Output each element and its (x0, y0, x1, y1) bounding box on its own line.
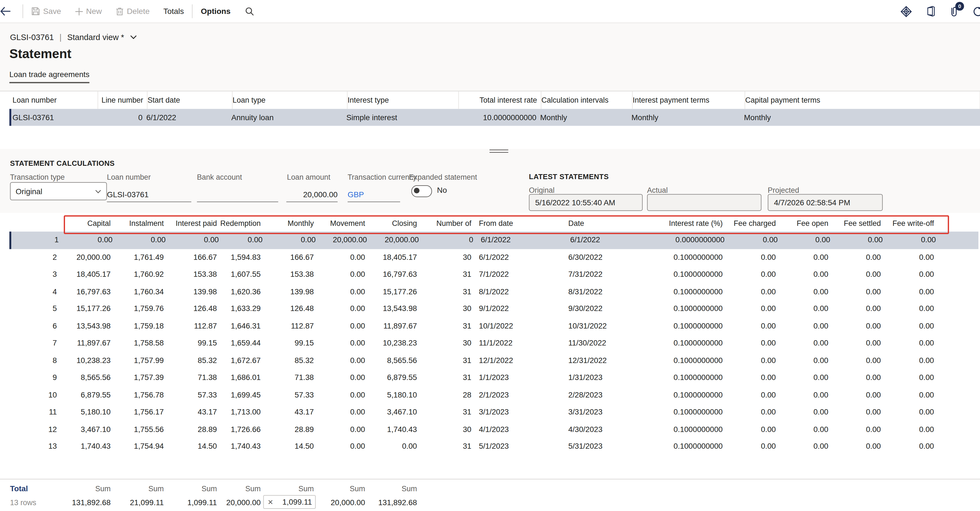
cell[interactable]: 5,180.10 (368, 386, 420, 404)
cell[interactable]: 1,726.66 (220, 421, 263, 438)
cell[interactable]: 30 (420, 249, 474, 266)
dynamics-icon[interactable] (900, 5, 912, 17)
column-header[interactable]: Loan type (232, 91, 348, 109)
cell[interactable]: 8/31/2022 (563, 283, 657, 300)
cell[interactable]: 126.48 (166, 300, 220, 318)
cell[interactable]: 0.00 (725, 352, 778, 369)
cell[interactable]: 0.00 (221, 232, 265, 249)
cell[interactable]: 0.1000000000 (657, 266, 725, 283)
loan-amount-field[interactable]: 20,000.00 (286, 183, 338, 202)
cell[interactable]: 1,759.76 (113, 300, 166, 318)
cell[interactable]: 0.1000000000 (657, 283, 725, 300)
cell[interactable]: 1,659.44 (220, 335, 263, 352)
cell[interactable]: 6,879.55 (368, 369, 420, 386)
table-row[interactable]: 515,177.261,759.76126.481,633.29126.480.… (10, 300, 980, 318)
cell[interactable]: 0.00 (727, 232, 780, 249)
cell[interactable]: 0.00 (831, 386, 883, 404)
cell[interactable]: 0.00 (831, 352, 883, 369)
cell[interactable]: 5,180.10 (59, 404, 113, 421)
cell[interactable]: 0.00 (725, 318, 778, 335)
cell[interactable]: Annuity loan (231, 113, 347, 122)
cell[interactable]: 2/28/2023 (563, 386, 657, 404)
cell[interactable]: 5/31/2023 (563, 438, 657, 455)
cell[interactable]: 153.38 (166, 266, 220, 283)
cell[interactable]: 0.1000000000 (657, 352, 725, 369)
table-row[interactable]: 131,740.431,754.9414.501,740.4314.500.00… (10, 438, 980, 455)
cell[interactable]: 0.1000000000 (657, 249, 725, 266)
table-row[interactable]: 318,405.171,760.92153.381,607.55153.380.… (10, 266, 980, 283)
table-row[interactable]: 115,180.101,756.1743.171,713.0043.170.00… (10, 404, 980, 421)
cell[interactable]: 6/1/2022 (565, 232, 659, 249)
cell[interactable]: 28 (420, 386, 474, 404)
cell[interactable]: 1,607.55 (220, 266, 263, 283)
cell[interactable]: 0.00 (317, 352, 368, 369)
totals-button[interactable]: Totals (156, 0, 191, 22)
cell[interactable]: 15,177.26 (368, 283, 420, 300)
cell[interactable]: Monthly (632, 113, 744, 122)
attachments-icon[interactable]: 0 (949, 5, 959, 17)
cell[interactable]: 31 (420, 352, 474, 369)
cell[interactable]: 11/30/2022 (563, 335, 657, 352)
cell[interactable]: 1,646.31 (220, 318, 263, 335)
cell[interactable]: 0.00 (778, 300, 831, 318)
cell[interactable]: 1,740.43 (59, 438, 113, 455)
cell[interactable]: 0.00 (831, 266, 883, 283)
cell[interactable]: 5 (10, 300, 59, 318)
chevron-down-icon[interactable] (130, 35, 137, 40)
cell[interactable]: 7 (10, 335, 59, 352)
cell[interactable]: 71.38 (263, 369, 316, 386)
cell[interactable]: 1,757.99 (113, 352, 166, 369)
cell[interactable]: 9/1/2022 (474, 300, 563, 318)
cell[interactable]: 1,757.39 (113, 369, 166, 386)
cell[interactable]: 0.00 (831, 283, 883, 300)
cell[interactable]: 1,740.43 (220, 438, 263, 455)
cell[interactable]: 14.50 (263, 438, 316, 455)
cell[interactable]: 1,759.18 (113, 318, 166, 335)
cell[interactable]: 0.00 (317, 438, 368, 455)
cell[interactable]: 0.00 (317, 318, 368, 335)
cell[interactable]: 9 (10, 369, 59, 386)
cell[interactable]: 0.00 (883, 335, 936, 352)
cell[interactable]: 12 (10, 421, 59, 438)
cell[interactable]: 0.00 (61, 232, 115, 249)
cell[interactable]: 12/31/2022 (563, 352, 657, 369)
table-row[interactable]: 416,797.631,760.34139.981,620.36139.980.… (10, 283, 980, 300)
cell[interactable]: 6/30/2022 (563, 249, 657, 266)
clear-icon[interactable]: ✕ (264, 494, 276, 511)
cell[interactable]: 0.00 (725, 369, 778, 386)
cell[interactable]: 6/1/2022 (474, 249, 563, 266)
cell[interactable]: 5/1/2023 (474, 438, 563, 455)
cell[interactable]: 16,797.63 (368, 266, 420, 283)
cell[interactable]: 31 (420, 283, 474, 300)
cell[interactable]: Monthly (540, 113, 632, 122)
cell[interactable]: 0.00 (883, 438, 936, 455)
cell[interactable]: 1/31/2023 (563, 369, 657, 386)
cell[interactable]: 0.00 (317, 300, 368, 318)
cell[interactable]: 0.00 (831, 369, 883, 386)
cell[interactable]: 10/31/2022 (563, 318, 657, 335)
cell[interactable]: 0.1000000000 (657, 386, 725, 404)
transaction-currency-field[interactable]: GBP (348, 183, 400, 202)
cell[interactable]: 3 (10, 266, 59, 283)
cell[interactable]: 0.00 (883, 404, 936, 421)
column-header[interactable]: Interest type (348, 91, 459, 109)
cell[interactable]: 112.87 (263, 318, 316, 335)
cell[interactable]: 0.00 (317, 266, 368, 283)
cell[interactable]: 20,000.00 (59, 249, 113, 266)
cell[interactable]: 0.00 (725, 335, 778, 352)
cell[interactable]: 8,565.56 (368, 352, 420, 369)
cell[interactable]: 18,405.17 (59, 266, 113, 283)
cell[interactable]: 18,405.17 (368, 249, 420, 266)
cell[interactable]: 153.38 (263, 266, 316, 283)
cell[interactable]: 3,467.10 (59, 421, 113, 438)
cell[interactable]: 8 (10, 352, 59, 369)
cell[interactable]: 0.00 (831, 438, 883, 455)
cell[interactable]: 71.38 (166, 369, 220, 386)
cell[interactable]: 31 (420, 404, 474, 421)
save-button[interactable]: Save (24, 0, 68, 22)
cell[interactable]: 0.00 (317, 283, 368, 300)
table-row[interactable]: 123,467.101,755.5628.891,726.6628.890.00… (10, 421, 980, 438)
cell[interactable]: 1,754.94 (113, 438, 166, 455)
cell[interactable]: 6/1/2022 (146, 113, 231, 122)
cell[interactable]: 1 (11, 232, 61, 249)
